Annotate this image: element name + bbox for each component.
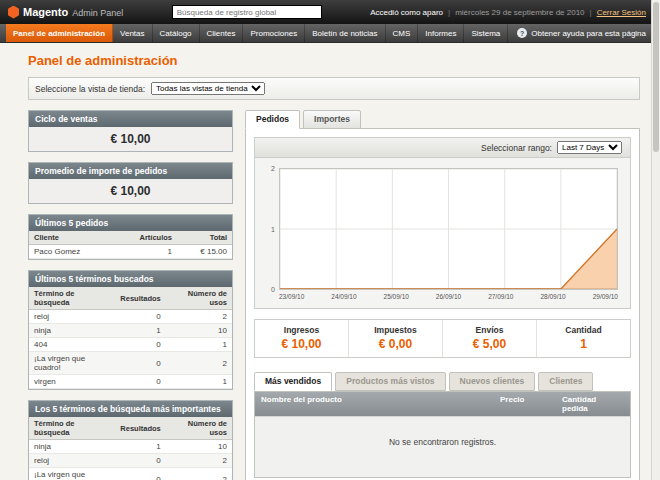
page-help-link[interactable]: ? Obtener ayuda para esta página [517, 24, 654, 42]
avg-order-value: € 10,00 [29, 179, 232, 203]
table-row[interactable]: reloj 0 2 [29, 454, 232, 468]
tab-nuevos-clientes[interactable]: Nuevos clientes [449, 372, 536, 391]
grid-header-row: Nombre del producto Precio Cantidad pedi… [255, 392, 630, 416]
stat-cantidad: Cantidad 1 [536, 320, 630, 357]
x-axis-label: 27/09/10 [488, 293, 513, 300]
tab-productos-mas-vistos[interactable]: Productos más vistos [335, 372, 445, 391]
last-search-terms-table: Término de búsqueda Resultados Número de… [29, 287, 232, 389]
table-row[interactable]: ¡La virgen que cuadro! 0 2 [29, 352, 232, 375]
cell-term: virgen [29, 375, 115, 389]
table-row[interactable]: 404 0 1 [29, 338, 232, 352]
logout-link[interactable]: Cerrar Sesión [597, 8, 646, 17]
tab-mas-vendidos[interactable]: Más vendidos [254, 372, 332, 391]
dashboard-columns: Ciclo de ventas € 10,00 Promedio de impo… [28, 110, 640, 480]
logo-subtext: Admin Panel [72, 8, 123, 18]
nav-item-ventas[interactable]: Ventas [113, 24, 152, 42]
nav-item-clientes[interactable]: Clientes [200, 24, 244, 42]
stat-value: € 0,00 [353, 337, 438, 351]
tab-pedidos[interactable]: Pedidos [245, 110, 300, 129]
help-icon: ? [517, 28, 527, 38]
magento-logo: Magento Admin Panel [8, 6, 123, 19]
nav-item-informes[interactable]: Informes [418, 24, 464, 42]
cell-term: ¡La virgen que cuadro! [29, 468, 115, 480]
col-header: Término de búsqueda [29, 417, 115, 440]
user-info: Accedió como aparo | miércoles 29 de sep… [370, 8, 646, 17]
col-header: Número de usos [166, 287, 232, 310]
cell-items: 1 [113, 245, 177, 259]
table-row[interactable]: ¡La virgen que cuadro! 0 2 [29, 468, 232, 480]
cell-results: 0 [115, 310, 165, 324]
cell-uses: 2 [166, 352, 232, 375]
range-select[interactable]: Last 7 Days [557, 141, 622, 154]
global-search-input[interactable] [172, 5, 322, 19]
table-row[interactable]: virgen 0 1 [29, 375, 232, 389]
totals-bar: Ingresos € 10,00 Impuestos € 0,00 Envíos… [254, 319, 631, 358]
orders-panel: Seleccionar rango: Last 7 Days 2 1 0 [245, 128, 640, 480]
table-row[interactable]: ninja 1 10 [29, 440, 232, 454]
table-row[interactable]: ninja 1 10 [29, 324, 232, 338]
box-title-last-orders: Últimos 5 pedidos [29, 215, 232, 231]
dashboard-tabs: Pedidos Importes [245, 110, 640, 129]
cell-results: 0 [115, 352, 165, 375]
chart-container: Seleccionar rango: Last 7 Days 2 1 0 [254, 137, 631, 309]
sales-cycle-value: € 10,00 [29, 127, 232, 151]
stat-value: € 10,00 [259, 337, 344, 351]
y-axis-label: 1 [261, 226, 275, 233]
x-axis-label: 23/09/10 [279, 293, 304, 300]
col-header: Resultados [115, 417, 165, 440]
cell-term: ¡La virgen que cuadro! [29, 352, 115, 375]
separator: | [590, 8, 592, 17]
nav-item-promociones[interactable]: Promociones [243, 24, 305, 42]
stat-label: Cantidad [541, 325, 626, 335]
y-axis-label: 0 [261, 286, 275, 293]
stat-impuestos: Impuestos € 0,00 [348, 320, 442, 357]
cell-uses: 2 [166, 468, 232, 480]
nav-item-dashboard[interactable]: Panel de administración [6, 24, 113, 42]
nav-item-catalogo[interactable]: Catálogo [153, 24, 200, 42]
cell-term: ninja [29, 324, 115, 338]
logo-text: Magento [23, 6, 68, 18]
stat-value: 1 [541, 337, 626, 351]
chart-plot-area [279, 168, 618, 290]
x-axis-label: 25/09/10 [384, 293, 409, 300]
separator: | [448, 8, 450, 17]
grid-col-qty: Cantidad pedida [556, 392, 630, 416]
table-row[interactable]: reloj 0 2 [29, 310, 232, 324]
nav-item-sistema[interactable]: Sistema [464, 24, 508, 42]
x-axis-label: 26/09/10 [436, 293, 461, 300]
help-label: Obtener ayuda para esta página [531, 29, 646, 38]
table-row[interactable]: Paco Gomez 1 € 15.00 [29, 245, 232, 259]
logged-in-text: Accedió como aparo [370, 8, 443, 17]
grid-col-price: Precio [494, 392, 556, 416]
grid-col-product: Nombre del producto [255, 392, 494, 416]
cell-term: reloj [29, 454, 115, 468]
nav-item-boletin[interactable]: Boletín de noticias [305, 24, 385, 42]
scrollbar-thumb[interactable] [653, 2, 659, 152]
nav-item-cms[interactable]: CMS [386, 24, 419, 42]
tab-clientes[interactable]: Clientes [538, 372, 593, 391]
stat-label: Ingresos [259, 325, 344, 335]
left-column: Ciclo de ventas € 10,00 Promedio de impo… [28, 110, 233, 480]
cell-results: 0 [115, 338, 165, 352]
vertical-scrollbar[interactable] [651, 0, 660, 480]
cell-results: 0 [115, 375, 165, 389]
current-date: miércoles 29 de septiembre de 2010 [455, 8, 584, 17]
cell-uses: 2 [166, 310, 232, 324]
main-nav: Panel de administración Ventas Catálogo … [0, 24, 660, 43]
box-title-avg-order: Promedio de importe de pedidos [29, 163, 232, 179]
store-view-select[interactable]: Todas las vistas de tienda [151, 82, 265, 95]
stat-label: Envíos [447, 325, 532, 335]
bestsellers-grid: Nombre del producto Precio Cantidad pedi… [254, 391, 631, 478]
box-title-last-search: Últimos 5 términos buscados [29, 271, 232, 287]
tab-importes[interactable]: Importes [303, 110, 361, 129]
admin-header-bar: Magento Admin Panel Accedió como aparo |… [0, 0, 660, 24]
col-header: Cliente [29, 231, 113, 245]
col-header: Número de usos [166, 417, 232, 440]
page-title: Panel de administración [28, 53, 640, 68]
stat-value: € 5,00 [447, 337, 532, 351]
cell-results: 0 [115, 454, 165, 468]
col-header: Término de búsqueda [29, 287, 115, 310]
cell-uses: 10 [166, 440, 232, 454]
stat-label: Impuestos [353, 325, 438, 335]
grid-empty-message: No se encontraron registros. [255, 416, 630, 477]
